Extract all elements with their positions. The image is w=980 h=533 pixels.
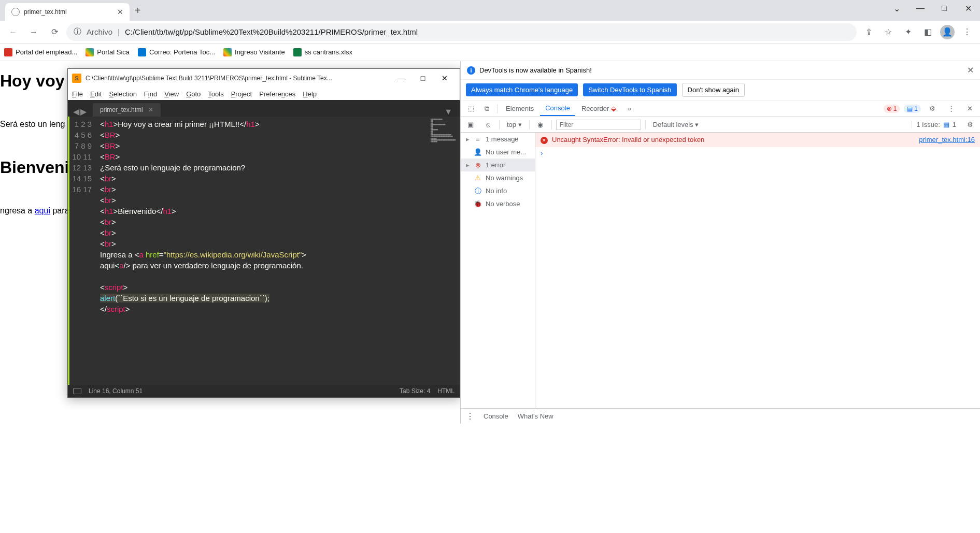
- drawer-menu-icon[interactable]: ⋮: [466, 411, 474, 421]
- sidebar-verbose[interactable]: 🐞No verbose: [461, 197, 535, 210]
- new-tab-button[interactable]: +: [135, 5, 141, 17]
- tab-nav[interactable]: ◀▶: [71, 107, 89, 117]
- menu-preferences[interactable]: Preferences: [259, 90, 295, 98]
- error-count-badge[interactable]: ⊗ 1: [884, 105, 900, 113]
- menu-view[interactable]: View: [164, 90, 179, 98]
- menu-find[interactable]: Find: [144, 90, 157, 98]
- devtools-menu-icon[interactable]: ⋮: [944, 102, 958, 116]
- bookmark-item[interactable]: Portal del emplead...: [4, 48, 77, 56]
- menu-selection[interactable]: Selection: [109, 90, 136, 98]
- extensions-icon[interactable]: ✦: [899, 23, 917, 41]
- banner-text: DevTools is now available in Spanish!: [479, 66, 592, 74]
- site-info-icon[interactable]: ⓘ: [74, 27, 81, 37]
- tab-recorder[interactable]: Recorder ⬙: [576, 102, 621, 116]
- share-icon[interactable]: ⇪: [860, 23, 877, 41]
- window-close[interactable]: ✕: [956, 0, 980, 17]
- banner-close-icon[interactable]: ✕: [967, 65, 974, 75]
- settings-icon[interactable]: ⚙: [925, 102, 940, 116]
- filter-input[interactable]: [556, 120, 641, 130]
- window-caret[interactable]: ⌄: [885, 0, 908, 17]
- devtools-banner: i DevTools is now available in Spanish! …: [461, 61, 980, 80]
- bookmark-icon: [223, 48, 232, 56]
- window-minimize[interactable]: —: [908, 0, 932, 17]
- context-select[interactable]: top ▾: [504, 120, 525, 129]
- side-panel-icon[interactable]: ◧: [919, 23, 936, 41]
- sidebar-errors[interactable]: ▸⊗1 error: [461, 159, 535, 171]
- address-bar[interactable]: ⓘ Archivo | C:/Client/tb/tw/gt/pp/Sublim…: [66, 23, 857, 41]
- menu-goto[interactable]: Goto: [186, 90, 201, 98]
- switch-spanish-button[interactable]: Switch DevTools to Spanish: [583, 83, 676, 96]
- browser-tab[interactable]: primer_tex.html ✕: [5, 3, 130, 21]
- bookmark-item[interactable]: Portal Sica: [86, 48, 130, 56]
- menu-help[interactable]: Help: [303, 90, 317, 98]
- close-tab-icon[interactable]: ✕: [117, 8, 123, 16]
- sublime-minimize[interactable]: —: [390, 70, 412, 86]
- tab-more[interactable]: »: [622, 102, 636, 116]
- menu-tools[interactable]: Tools: [208, 90, 223, 98]
- back-button[interactable]: ←: [4, 23, 22, 41]
- drawer-whatsnew-tab[interactable]: What's New: [518, 412, 553, 420]
- sublime-close[interactable]: ✕: [434, 70, 456, 86]
- devtools-panel: i DevTools is now available in Spanish! …: [460, 61, 980, 424]
- console-toolbar: ▣ ⦸ top ▾ ◉ Default levels ▾ 1 Issue: ▤ …: [461, 117, 980, 133]
- sidebar-messages[interactable]: ▸≡1 message: [461, 133, 535, 146]
- bookmark-item[interactable]: Correo: Porteria Toc...: [138, 48, 215, 56]
- console-error-row[interactable]: ✕ Uncaught SyntaxError: Invalid or unexp…: [535, 133, 980, 147]
- bookmark-item[interactable]: Ingreso Visitante: [223, 48, 285, 56]
- sidebar-toggle-icon[interactable]: ▣: [464, 118, 477, 132]
- profile-avatar[interactable]: 👤: [939, 23, 956, 41]
- sidebar-user[interactable]: 👤No user me...: [461, 146, 535, 159]
- bookmarks-bar: Portal del emplead... Portal Sica Correo…: [0, 44, 980, 61]
- console-output[interactable]: ✕ Uncaught SyntaxError: Invalid or unexp…: [535, 133, 980, 408]
- error-icon: ✕: [541, 137, 548, 144]
- panel-icon[interactable]: [73, 388, 81, 394]
- reload-button[interactable]: ⟳: [46, 23, 63, 41]
- issues-badge[interactable]: 1 Issue: ▤ 1: [912, 121, 959, 128]
- page-h1: Hoy voy: [0, 71, 69, 91]
- forward-button[interactable]: →: [25, 23, 42, 41]
- tab-elements[interactable]: Elements: [501, 102, 539, 116]
- sublime-maximize[interactable]: □: [412, 70, 434, 86]
- bookmark-item[interactable]: ss caritrans.xlsx: [293, 48, 352, 56]
- menu-icon[interactable]: ⋮: [958, 23, 976, 41]
- console-prompt[interactable]: ›: [535, 147, 980, 159]
- url-scheme: Archivo: [87, 27, 112, 36]
- message-count-badge[interactable]: ▤ 1: [904, 105, 921, 113]
- page-link[interactable]: aqui: [35, 206, 50, 215]
- minimap[interactable]: ████████████████ ███ ███ ███ ███████████…: [429, 117, 460, 385]
- sidebar-info[interactable]: ⓘNo info: [461, 184, 535, 197]
- sublime-window: S C:\Client\tb\tw\gt\pp\Sublime Text Bui…: [67, 68, 460, 398]
- close-file-icon[interactable]: ✕: [148, 106, 153, 113]
- line-numbers: 1 2 3 4 5 6 7 8 9 10 11 12 13 14 15 16 1…: [68, 117, 97, 385]
- always-match-button[interactable]: Always match Chrome's language: [466, 83, 578, 96]
- window-maximize[interactable]: □: [932, 0, 956, 17]
- syntax-mode[interactable]: HTML: [437, 387, 455, 395]
- tab-size[interactable]: Tab Size: 4: [400, 387, 430, 395]
- drawer-console-tab[interactable]: Console: [484, 412, 508, 420]
- menu-file[interactable]: File: [72, 90, 83, 98]
- inspect-icon[interactable]: ⬚: [464, 102, 478, 116]
- dont-show-button[interactable]: Don't show again: [682, 83, 745, 97]
- sublime-file-tab[interactable]: primer_tex.html ✕: [93, 103, 161, 117]
- menu-edit[interactable]: Edit: [90, 90, 102, 98]
- globe-icon: [11, 8, 20, 16]
- clear-console-icon[interactable]: ⦸: [481, 118, 495, 132]
- tab-dropdown-icon[interactable]: ▼: [440, 107, 457, 117]
- log-levels-select[interactable]: Default levels ▾: [650, 120, 702, 129]
- menu-project[interactable]: Project: [231, 90, 252, 98]
- browser-toolbar: ← → ⟳ ⓘ Archivo | C:/Client/tb/tw/gt/pp/…: [0, 21, 980, 44]
- console-settings-icon[interactable]: ⚙: [963, 118, 977, 132]
- bookmark-star-icon[interactable]: ☆: [879, 23, 897, 41]
- browser-tab-strip: primer_tex.html ✕ + ⌄ — □ ✕: [0, 0, 980, 21]
- cursor-position[interactable]: Line 16, Column 51: [89, 387, 143, 395]
- sublime-titlebar[interactable]: S C:\Client\tb\tw\gt\pp\Sublime Text Bui…: [68, 69, 460, 88]
- page-h1: Bienveni: [0, 158, 69, 177]
- devtools-close-icon[interactable]: ✕: [962, 102, 977, 116]
- error-source-link[interactable]: primer_tex.html:16: [919, 136, 975, 144]
- live-expression-icon[interactable]: ◉: [534, 118, 547, 132]
- sublime-editor[interactable]: 1 2 3 4 5 6 7 8 9 10 11 12 13 14 15 16 1…: [68, 117, 460, 385]
- device-toggle-icon[interactable]: ⧉: [479, 102, 494, 116]
- code-area[interactable]: <h1>Hoy voy a crear mi primer ¡¡HTML!!</…: [97, 117, 429, 385]
- tab-console[interactable]: Console: [540, 101, 575, 116]
- sidebar-warnings[interactable]: ⚠No warnings: [461, 171, 535, 184]
